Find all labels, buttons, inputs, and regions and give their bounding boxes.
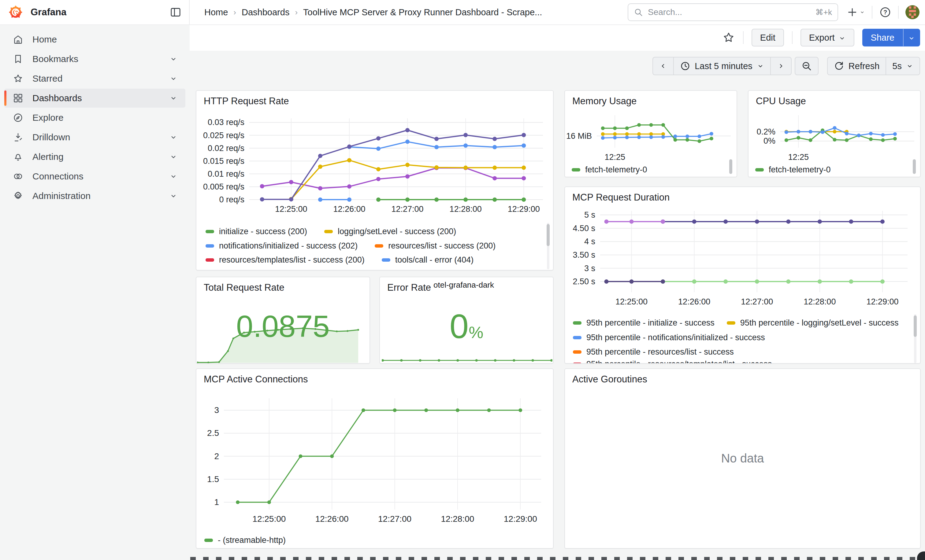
legend-scrollbar-thumb[interactable] xyxy=(547,224,550,246)
share-button[interactable]: Share xyxy=(862,29,903,47)
legend-item[interactable]: unknown - success (200) xyxy=(446,269,551,271)
memory-usage-chart[interactable]: 16 MiB12:25 xyxy=(567,108,734,164)
svg-text:12:28:00: 12:28:00 xyxy=(804,297,836,306)
legend-item[interactable]: 95th percentile - initialize - success xyxy=(573,318,714,328)
sidebar-item-home[interactable]: Home xyxy=(4,30,185,49)
user-avatar[interactable] xyxy=(905,5,919,19)
chevron-down-icon[interactable] xyxy=(169,75,178,83)
sidebar-toggle-button[interactable] xyxy=(169,6,182,18)
add-button[interactable] xyxy=(845,6,865,18)
divider xyxy=(898,6,899,19)
drilldown-icon xyxy=(13,132,23,143)
panel-title[interactable]: Active Goroutines xyxy=(572,374,647,385)
sidebar-item-connections[interactable]: Connections xyxy=(4,167,185,186)
sidebar-item-drilldown[interactable]: Drilldown xyxy=(4,128,185,147)
panel-active-goroutines: Active Goroutines No data xyxy=(564,368,921,549)
mcp-active-connections-chart[interactable]: 32.521.5112:25:0012:26:0012:27:0012:28:0… xyxy=(199,387,550,525)
legend-label: logging/setLevel - success (200) xyxy=(338,227,456,236)
legend-item[interactable]: fetch-telemetry-0 xyxy=(755,165,831,174)
search-box[interactable]: ⌘+k xyxy=(628,3,838,21)
legend-label: fetch-telemetry-0 xyxy=(585,165,647,174)
zoom-out-button[interactable] xyxy=(795,57,818,75)
sidebar-item-bookmarks[interactable]: Bookmarks xyxy=(4,50,185,69)
legend-label: 95th percentile - resources/templates/li… xyxy=(586,359,772,364)
edit-button[interactable]: Edit xyxy=(752,29,784,47)
svg-text:12:25:00: 12:25:00 xyxy=(252,514,286,524)
legend-item[interactable]: resources/templates/list - success (200) xyxy=(206,255,365,265)
chevron-down-icon[interactable] xyxy=(169,133,178,141)
legend-label: notifications/initialized - success (202… xyxy=(219,241,358,251)
legend-label: unknown - success (200) xyxy=(460,269,551,271)
chevron-down-icon[interactable] xyxy=(169,153,178,161)
panel-title[interactable]: MCP Active Connections xyxy=(204,374,308,385)
time-range-picker[interactable]: Last 5 minutes xyxy=(673,57,770,75)
sidebar-item-alerting[interactable]: Alerting xyxy=(4,147,185,166)
sidebar-item-label: Starred xyxy=(32,74,62,84)
divider xyxy=(743,31,744,44)
panel-cpu-usage: CPU Usage 0.2%0%12:25 fetch-telemetry-0 xyxy=(748,90,921,177)
error-rate-sparkline[interactable] xyxy=(382,354,553,362)
refresh-button[interactable]: Refresh xyxy=(827,57,886,75)
legend-scrollbar-thumb[interactable] xyxy=(729,159,732,174)
legend-item[interactable]: tools/call - error (404) xyxy=(382,255,474,265)
panel-title[interactable]: Error Rate xyxy=(387,282,431,293)
legend-item[interactable]: resources/list - success (200) xyxy=(375,241,496,251)
export-button[interactable]: Export xyxy=(800,29,854,47)
legend-item[interactable]: logging/setLevel - success (200) xyxy=(324,227,456,236)
favorite-star-button[interactable] xyxy=(722,31,735,44)
legend-item[interactable]: fetch-telemetry-0 xyxy=(572,165,647,174)
legend-row: initialize - success (200) logging/setLe… xyxy=(206,225,456,238)
share-menu-button[interactable] xyxy=(903,29,920,47)
legend-item[interactable]: tools/call - success (200) xyxy=(206,269,310,271)
sidebar-item-starred[interactable]: Starred xyxy=(4,69,185,88)
dashboards-grid-icon xyxy=(13,93,23,103)
legend-label: tools/list - success (200) xyxy=(340,269,429,271)
app-title: Grafana xyxy=(30,7,66,18)
mcp-request-duration-chart[interactable]: 5 s4.50 s4 s3.50 s3 s2.50 s12:25:0012:26… xyxy=(568,203,917,314)
legend-scrollbar-thumb[interactable] xyxy=(913,159,916,174)
panel-title[interactable]: Memory Usage xyxy=(572,96,637,107)
time-shift-back-button[interactable] xyxy=(652,57,673,75)
legend-item[interactable]: - (streamable-http) xyxy=(204,536,286,545)
refresh-interval-picker[interactable]: 5s xyxy=(886,57,920,75)
breadcrumb-dashboards[interactable]: Dashboards xyxy=(242,8,289,17)
share-button-group: Share xyxy=(862,29,920,47)
svg-text:0.015 req/s: 0.015 req/s xyxy=(203,156,244,166)
panel-title[interactable]: HTTP Request Rate xyxy=(204,96,289,107)
legend-item[interactable]: tools/list - success (200) xyxy=(327,269,429,271)
http-request-rate-chart[interactable]: 0.03 req/s0.025 req/s0.02 req/s0.015 req… xyxy=(199,112,551,222)
breadcrumb-home[interactable]: Home xyxy=(204,8,228,17)
compass-icon xyxy=(13,113,23,123)
chevron-down-icon[interactable] xyxy=(169,192,178,200)
home-icon xyxy=(13,34,23,45)
panel-http-request-rate: HTTP Request Rate 0.03 req/s0.025 req/s0… xyxy=(196,90,554,270)
help-button[interactable]: ? xyxy=(879,6,891,18)
svg-text:12:27:00: 12:27:00 xyxy=(378,514,411,524)
legend-item[interactable]: 95th percentile - resources/templates/li… xyxy=(573,359,772,364)
legend-item[interactable]: 95th percentile - notifications/initiali… xyxy=(573,333,765,342)
chevron-down-icon[interactable] xyxy=(169,94,178,102)
chevron-down-icon[interactable] xyxy=(169,55,178,63)
time-shift-forward-button[interactable] xyxy=(770,57,792,75)
panel-title[interactable]: MCP Request Duration xyxy=(572,192,670,203)
sidebar-item-dashboards[interactable]: Dashboards xyxy=(4,89,185,108)
star-outline-icon xyxy=(722,31,735,44)
search-input[interactable] xyxy=(647,7,811,17)
legend-item[interactable]: 95th percentile - logging/setLevel - suc… xyxy=(727,318,899,328)
edit-label: Edit xyxy=(760,33,776,43)
panel-title[interactable]: Total Request Rate xyxy=(204,282,285,293)
legend-swatch xyxy=(573,336,582,339)
panel-title[interactable]: CPU Usage xyxy=(756,96,806,107)
legend-item[interactable]: 95th percentile - resources/list - succe… xyxy=(573,347,734,357)
legend-scrollbar-thumb[interactable] xyxy=(914,315,917,337)
legend-item[interactable]: initialize - success (200) xyxy=(206,227,307,236)
legend-item[interactable]: notifications/initialized - success (202… xyxy=(206,241,358,251)
sidebar-item-explore[interactable]: Explore xyxy=(4,108,185,127)
cpu-usage-chart[interactable]: 0.2%0%12:25 xyxy=(750,108,918,164)
panel-memory-usage: Memory Usage 16 MiB12:25 fetch-telemetry… xyxy=(564,90,737,177)
legend-swatch xyxy=(204,539,213,542)
sidebar-item-label: Explore xyxy=(32,113,63,123)
sidebar-item-administration[interactable]: Administration xyxy=(4,186,185,206)
chevron-down-icon xyxy=(906,62,913,70)
chevron-down-icon[interactable] xyxy=(169,173,178,180)
